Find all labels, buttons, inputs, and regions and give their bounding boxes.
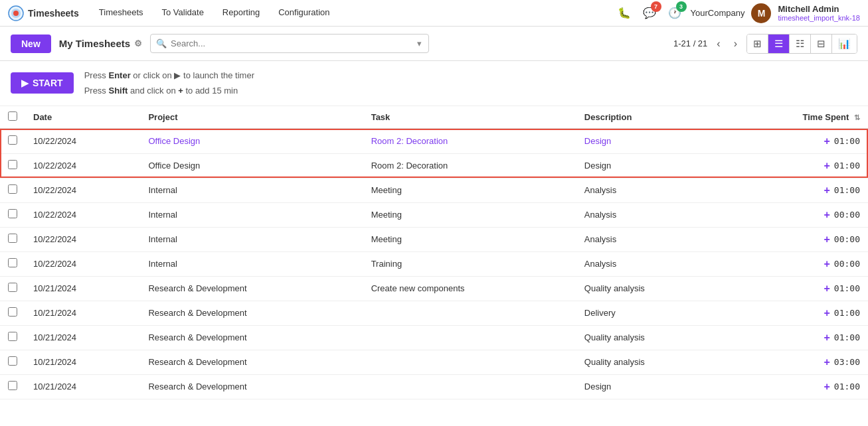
- time-value: 03:00: [834, 357, 860, 367]
- list-view-button[interactable]: ☰: [768, 35, 790, 53]
- row-description: Analysis: [576, 227, 725, 251]
- nav-timesheets[interactable]: Timesheets: [90, 2, 153, 24]
- time-value: 01:00: [834, 136, 860, 146]
- row-checkbox[interactable]: [8, 356, 17, 366]
- row-date: 10/21/2024: [25, 350, 140, 374]
- row-project[interactable]: Office Design: [140, 129, 363, 154]
- add-time-button[interactable]: +: [824, 381, 830, 393]
- start-timer-button[interactable]: ▶ START: [11, 72, 74, 94]
- row-task: Room 2: Decoration: [363, 153, 576, 178]
- project-link[interactable]: Office Design: [148, 136, 200, 146]
- row-project: Internal: [140, 251, 363, 276]
- row-checkbox[interactable]: [8, 258, 17, 267]
- add-time-button[interactable]: +: [824, 209, 830, 221]
- row-task: [363, 301, 576, 325]
- time-value: 00:00: [834, 210, 860, 220]
- row-task: [363, 350, 576, 374]
- add-time-button[interactable]: +: [824, 160, 830, 172]
- description-col-header: Description: [576, 106, 725, 129]
- add-time-button[interactable]: +: [824, 135, 830, 147]
- row-checkbox[interactable]: [8, 332, 17, 341]
- bug-icon-btn[interactable]: 🐛: [615, 4, 634, 22]
- row-checkbox-cell: [0, 227, 25, 251]
- table-row: 10/21/2024Research & DevelopmentDesign+0…: [0, 374, 868, 399]
- time-value: 01:00: [834, 185, 860, 195]
- row-checkbox[interactable]: [8, 209, 17, 218]
- next-page-button[interactable]: ›: [730, 35, 741, 52]
- row-checkbox[interactable]: [8, 234, 17, 243]
- view-switcher: ⊞ ☰ ☷ ⊟ 📊: [746, 34, 857, 54]
- row-time: +01:00: [725, 301, 868, 325]
- add-time-button[interactable]: +: [824, 283, 830, 295]
- select-all-checkbox[interactable]: [8, 111, 17, 121]
- user-info: Mitchell Admin timesheet_import_knk-18: [778, 4, 860, 22]
- table-row: 10/21/2024Research & DevelopmentQuality …: [0, 350, 868, 374]
- time-value: 00:00: [834, 234, 860, 244]
- row-checkbox[interactable]: [8, 160, 17, 169]
- page-title-text: My Timesheets: [59, 38, 130, 49]
- activity-view-button[interactable]: ☷: [790, 35, 811, 53]
- add-time-button[interactable]: +: [824, 356, 830, 368]
- search-dropdown-icon[interactable]: ▾: [416, 37, 423, 50]
- prev-page-button[interactable]: ‹: [713, 35, 724, 52]
- row-description[interactable]: Design: [576, 129, 725, 154]
- time-spent-col-header: Time Spent ⇅: [725, 106, 868, 129]
- row-task: Training: [363, 251, 576, 276]
- row-checkbox[interactable]: [8, 135, 17, 145]
- table-row: 10/22/2024InternalMeetingAnalysis+00:00: [0, 227, 868, 251]
- row-date: 10/22/2024: [25, 251, 140, 276]
- add-time-button[interactable]: +: [824, 258, 830, 270]
- date-col-header: Date: [25, 106, 140, 129]
- row-checkbox[interactable]: [8, 283, 17, 292]
- table-row: 10/22/2024InternalMeetingAnalysis+00:00: [0, 202, 868, 227]
- row-checkbox-cell: [0, 202, 25, 227]
- description-link[interactable]: Design: [584, 136, 611, 146]
- nav-configuration[interactable]: Configuration: [269, 2, 339, 24]
- nav-to-validate[interactable]: To Validate: [153, 2, 213, 24]
- spreadsheet-view-button[interactable]: ⊟: [811, 35, 832, 53]
- activities-btn[interactable]: 🕐 3: [665, 4, 684, 22]
- nav-reporting[interactable]: Reporting: [213, 2, 269, 24]
- row-task[interactable]: Room 2: Decoration: [363, 129, 576, 154]
- chart-view-button[interactable]: 📊: [832, 35, 857, 53]
- add-time-button[interactable]: +: [824, 184, 830, 196]
- app-logo[interactable]: Timesheets: [8, 5, 79, 21]
- row-checkbox[interactable]: [8, 307, 17, 317]
- add-time-button[interactable]: +: [824, 332, 830, 344]
- table-row: 10/22/2024InternalTrainingAnalysis+00:00: [0, 251, 868, 276]
- user-subtitle: timesheet_import_knk-18: [778, 14, 860, 22]
- row-time: +01:00: [725, 276, 868, 301]
- row-checkbox-cell: [0, 153, 25, 178]
- task-link[interactable]: Room 2: Decoration: [371, 136, 448, 146]
- add-time-button[interactable]: +: [824, 307, 830, 319]
- timer-help-line1: Press Enter or click on ▶ to launch the …: [84, 68, 254, 83]
- table-row: 10/21/2024Research & DevelopmentQuality …: [0, 325, 868, 350]
- row-task: [363, 325, 576, 350]
- search-icon: 🔍: [156, 38, 167, 48]
- user-name: Mitchell Admin: [778, 4, 860, 14]
- search-input[interactable]: [171, 38, 416, 48]
- table-body: 10/22/2024Office DesignRoom 2: Decoratio…: [0, 129, 868, 399]
- row-date: 10/21/2024: [25, 325, 140, 350]
- row-description: Analysis: [576, 178, 725, 202]
- messages-btn[interactable]: 💬 7: [640, 4, 659, 22]
- row-project: Research & Development: [140, 374, 363, 399]
- row-checkbox[interactable]: [8, 381, 17, 390]
- search-bar[interactable]: 🔍 ▾: [150, 34, 429, 53]
- add-time-button[interactable]: +: [824, 234, 830, 246]
- time-value: 00:00: [834, 259, 860, 269]
- row-description: Analysis: [576, 251, 725, 276]
- row-date: 10/22/2024: [25, 227, 140, 251]
- kanban-view-button[interactable]: ⊞: [747, 35, 768, 53]
- row-checkbox-cell: [0, 301, 25, 325]
- row-date: 10/22/2024: [25, 129, 140, 154]
- company-name: YourCompany: [691, 8, 745, 18]
- row-checkbox[interactable]: [8, 184, 17, 194]
- timesheets-table: Date Project Task Description Time Spent…: [0, 106, 868, 399]
- row-checkbox-cell: [0, 325, 25, 350]
- new-button[interactable]: New: [11, 35, 51, 53]
- user-avatar[interactable]: M: [751, 3, 771, 23]
- row-time: +01:00: [725, 153, 868, 178]
- row-date: 10/21/2024: [25, 276, 140, 301]
- settings-gear-icon[interactable]: ⚙: [134, 38, 142, 48]
